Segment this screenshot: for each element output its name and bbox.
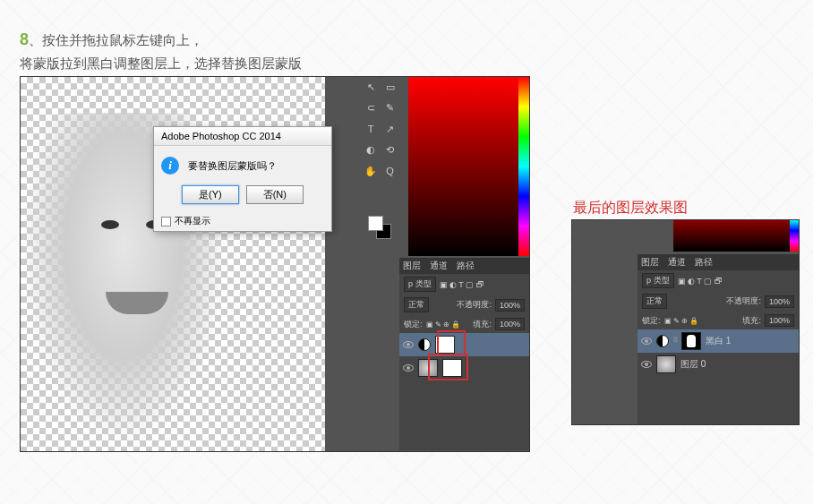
layer-name: 黑白 1 [706,335,731,347]
lock-label: 锁定: [404,319,423,330]
opacity-label: 不透明度: [457,299,492,311]
step-number: 8 [20,30,29,48]
visibility-icon[interactable] [403,341,414,348]
layer-mask-thumb[interactable] [681,332,701,350]
no-button[interactable]: 否(N) [246,185,304,204]
result-screenshot: 图层 通道 路径 p 类型 ▣ ◐ T ▢ 🗗 正常 不透明度: 100% 锁定… [571,219,800,425]
yes-button[interactable]: 是(Y) [182,185,239,204]
dialog-title: Adobe Photoshop CC 2014 [154,127,331,146]
lasso-tool-icon[interactable]: ⊂ [363,100,379,116]
adjustment-icon [418,338,431,351]
blend-mode-dropdown[interactable]: 正常 [404,297,429,312]
info-icon: i [161,157,179,175]
link-icon: 8 [673,335,677,347]
type-tool-icon[interactable]: T [363,121,379,137]
hue-mini [790,220,799,252]
color-picker-panel[interactable] [408,77,529,256]
opacity-label: 不透明度: [726,295,761,307]
lock-label: 锁定: [642,315,661,327]
filter-dropdown[interactable]: p 类型 [404,277,436,292]
tab-layers[interactable]: 图层 [403,260,421,272]
fill-label: 填充: [473,319,492,330]
filter-icons[interactable]: ▣ ◐ T ▢ 🗗 [678,277,723,286]
drag-source-highlight [428,354,468,380]
color-swatches[interactable] [368,216,391,239]
opacity-value[interactable]: 100% [765,295,794,308]
blend-mode-dropdown[interactable]: 正常 [642,294,667,309]
color-picker-mini [673,220,799,252]
layer-bw-adjustment[interactable]: 8 黑白 1 [638,329,799,353]
tab-layers[interactable]: 图层 [641,256,659,269]
lock-icons[interactable]: ▣ ✎ ⊕ 🔒 [426,320,461,329]
tab-channels[interactable]: 通道 [668,256,686,269]
tab-channels[interactable]: 通道 [430,260,448,272]
dialog-message: 要替换图层蒙版吗？ [188,159,277,173]
tool-palette: ↖ ▭ ⊂ ✎ T ↗ ◐ ⟲ ✋ Q [361,77,401,184]
opacity-value[interactable]: 100% [495,299,525,312]
layer-name: 图层 0 [680,358,706,371]
result-layers-panel: 图层 通道 路径 p 类型 ▣ ◐ T ▢ 🗗 正常 不透明度: 100% 锁定… [638,254,799,424]
move-tool-icon[interactable]: ↖ [363,79,379,95]
fill-label: 填充: [742,315,761,327]
rotate-tool-icon[interactable]: ⟲ [382,142,398,158]
foreground-color-swatch[interactable] [368,216,383,231]
result-label: 最后的图层效果图 [573,199,688,218]
layer-background[interactable]: 图层 0 [638,353,799,376]
pen-tool-icon[interactable]: ↗ [382,121,398,137]
tab-paths[interactable]: 路径 [457,260,475,272]
visibility-icon[interactable] [641,361,652,368]
filter-dropdown[interactable]: p 类型 [642,273,674,288]
drag-target-highlight [437,330,466,355]
hand-tool-icon[interactable]: ✋ [363,163,379,179]
brush-tool-icon[interactable]: ✎ [382,100,398,116]
quickmask-icon[interactable]: Q [382,163,398,179]
dont-show-label: 不再显示 [175,215,210,227]
adjustment-icon [656,335,669,347]
step-instructions: 8、按住并拖拉鼠标左键向上， 将蒙版拉到黑白调整图层上，选择替换图层蒙版 [20,27,302,74]
hue-slider[interactable] [518,77,529,256]
filter-icons[interactable]: ▣ ◐ T ▢ 🗗 [440,280,484,289]
layers-panel: 图层 通道 路径 p 类型 ▣ ◐ T ▢ 🗗 正常 不透明度: 100% 锁定… [399,258,529,450]
tab-paths[interactable]: 路径 [695,256,713,269]
layer-background[interactable] [399,356,529,380]
layer-thumb [656,355,676,373]
fill-value[interactable]: 100% [765,314,794,327]
replace-mask-dialog: Adobe Photoshop CC 2014 i 要替换图层蒙版吗？ 是(Y)… [153,126,332,232]
marquee-tool-icon[interactable]: ▭ [382,79,398,95]
dodge-tool-icon[interactable]: ◐ [363,142,379,158]
fill-value[interactable]: 100% [495,318,525,330]
visibility-icon[interactable] [403,364,414,372]
photoshop-main-window: Adobe Photoshop CC 2014 i 要替换图层蒙版吗？ 是(Y)… [20,76,530,452]
lock-icons[interactable]: ▣ ✎ ⊕ 🔒 [664,317,699,325]
dont-show-checkbox[interactable] [161,217,171,226]
visibility-icon[interactable] [641,337,652,345]
